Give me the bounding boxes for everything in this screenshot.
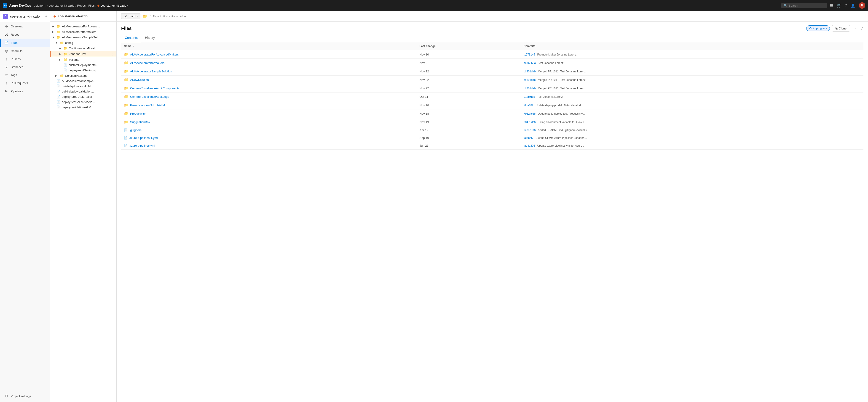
search-box[interactable]: 🔍 [781,3,827,8]
tree-item-label: deploy-prod-ALMAccel... [62,95,94,98]
tab-contents[interactable]: Contents [121,34,141,42]
tree-item-alm-sample[interactable]: ▼ 📁 ALMAcceleratorSampleSol... [50,34,116,40]
folder-icon: 📁 [124,69,128,73]
repo-diamond-icon: ◆ [54,14,56,18]
sidebar-item-commits[interactable]: ◎ Commits [0,47,50,55]
tree-item-label: customDeploymentS... [69,63,98,67]
col-commits-label: Commits [524,44,535,48]
help-icon[interactable]: ? [845,3,847,7]
tree-item-config[interactable]: ▼ 📁 config [50,40,116,45]
chevron-right-icon: ▶ [52,25,55,28]
folder-icon: 📁 [124,86,128,90]
file-name-link[interactable]: PowerPlatformGitHubALM [130,103,165,107]
folder-icon: 📁 [64,52,68,56]
tree-item-deploy-validation[interactable]: 📄 deploy-validation-ALM... [50,105,116,110]
breadcrumb-repos[interactable]: Repos [77,4,86,7]
tree-item-deployment-settings[interactable]: 📄 deploymentSettings.j... [50,68,116,73]
commit-hash-link[interactable]: f1573145 [524,53,535,56]
user-icon[interactable]: 👤 [850,3,855,8]
tree-item-more-icon[interactable]: ⋮ [111,52,114,56]
sidebar-item-overview[interactable]: ⊙ Overview [0,22,50,30]
file-name-link[interactable]: .gitignore [129,128,142,132]
commit-hash-link[interactable]: 018b6fdb [524,95,535,98]
add-icon[interactable]: + [45,14,47,19]
file-name-link[interactable]: ALMAcceleratorForAdvancedMakers [130,53,179,56]
commit-hash-link[interactable]: cb801dab [524,78,536,81]
sidebar-item-project-settings[interactable]: ⚙ Project settings [0,392,50,400]
name-cell: 📁 ALMAcceleratorSampleSolution [121,67,417,76]
chevron-down-icon[interactable]: ▾ [127,4,128,7]
app-logo[interactable]: Azure DevOps [3,3,31,8]
commit-hash-link[interactable]: cb801dab [524,70,536,73]
commit-message: Test Johanna Lorenz [538,61,563,65]
folder-icon: 📁 [60,74,64,77]
tree-item-alm-sample-file[interactable]: 📄 ALMAcceleratorSample... [50,78,116,83]
file-name-link[interactable]: CenterofExcellenceAuditComponents [130,87,180,90]
file-name-link[interactable]: azure-pipelines.yml [129,144,155,147]
clone-button[interactable]: ⎘ Clone [832,25,850,32]
commit-hash-link[interactable]: 79524c85 [524,112,536,115]
tree-item-deploy-test[interactable]: 📄 deploy-test-ALMAccele... [50,99,116,105]
commit-hash-link[interactable]: cb801dab [524,87,536,90]
sidebar-item-pushes[interactable]: ↑ Pushes [0,55,50,63]
settings-icon[interactable]: ☰ [830,3,833,8]
sidebar-item-repos[interactable]: ⎇ Repos [0,30,50,39]
tree-item-build-deploy-validation[interactable]: 📄 build-deploy-validation... [50,89,116,94]
file-name-link[interactable]: CenterofExcellenceAuditLogs [130,95,169,98]
commits-cell: 79524c85 Update build-deploy-test-Produc… [521,109,863,118]
tab-history[interactable]: History [141,34,159,42]
breadcrumb-repo[interactable]: coe-starter-kit-azdo [49,4,74,7]
commit-hash-link[interactable]: ae76063a [524,61,536,65]
file-name-link[interactable]: ANewSolution [130,78,149,81]
breadcrumb-pplatform[interactable]: pplatform [34,4,46,7]
folder-icon: 📁 [57,25,61,28]
avatar[interactable]: JL [859,2,865,9]
tree-item-alm-adv[interactable]: ▶ 📁 ALMAcceleratorForAdvanc... [50,24,116,29]
tree-item-config-mig[interactable]: ▶ 📁 ConfigurationMigrati... [50,45,116,51]
tree-item-deploy-prod[interactable]: 📄 deploy-prod-ALMAccel... [50,94,116,99]
branch-selector[interactable]: ⎇ main ▾ [121,13,141,19]
files-more-button[interactable]: ⋮ [852,25,858,32]
file-icon: 📄 [124,144,128,147]
tree-item-alm-makers[interactable]: ▶ 📁 ALMAcceleratorforMakers [50,29,116,34]
tree-item-validate[interactable]: ▶ 📁 Validate [50,57,116,62]
tree-item-label: deploy-validation-ALM... [62,105,94,109]
in-progress-badge[interactable]: ⟳ in progress [806,25,830,31]
file-tree-more-icon[interactable]: ⋮ [109,14,113,19]
sidebar-item-pull-requests[interactable]: ↕ Pull requests [0,79,50,87]
commit-hash-link[interactable]: 7fda18ff [524,104,533,107]
file-icon: 📄 [57,95,60,98]
commit-hash-link[interactable]: 38470dc6 [524,121,536,124]
sidebar-label-project-settings: Project settings [11,395,31,398]
file-name-link[interactable]: SuggestionBox [130,121,150,124]
search-icon: 🔍 [784,4,787,7]
tree-item-solution-package[interactable]: ▶ 📁 SolutionPackage [50,73,116,78]
tree-item-johannadev[interactable]: ▶ 📁 JohannaDev ⋮ [50,51,116,57]
breadcrumb-files[interactable]: Files [88,4,94,7]
sidebar-item-files[interactable]: 📄 Files [0,39,50,47]
last-change-cell: Nov 16 [417,101,521,109]
file-name-link[interactable]: Productivity [130,112,146,115]
files-tabs: Contents History [117,34,868,42]
clone-label: Clone [839,27,846,30]
tree-item-build-deploy-test[interactable]: 📄 build-deploy-test-ALM... [50,83,116,89]
last-change-cell: Nov 22 [417,84,521,93]
shopping-icon[interactable]: 🛒 [837,3,841,8]
commit-hash-link[interactable]: fa1fbd58 [524,136,534,140]
file-name-link[interactable]: ALMAcceleratorforMakers [130,61,164,65]
table-row: 📁 ALMAcceleratorforMakers Nov 2 ae76063a… [121,59,863,67]
col-name-header[interactable]: Name ↑ [121,42,417,50]
sidebar-item-branches[interactable]: ⑂ Branches [0,63,50,71]
file-name-link[interactable]: azure-pipelines-1.yml [129,136,158,140]
commit-hash-link[interactable]: 9ce827a6 [524,129,536,132]
sidebar-item-pipelines[interactable]: ⊳ Pipelines [0,87,50,95]
tree-item-label: ALMAcceleratorforMakers [62,30,96,34]
file-name-link[interactable]: ALMAcceleratorSampleSolution [130,70,172,73]
tree-item-custom-deploy[interactable]: 📄 customDeploymentS... [50,62,116,68]
commits-cell: cb801dab Merged PR 1011: Test Johanna Lo… [521,67,863,76]
search-input[interactable] [789,4,821,7]
sidebar-item-tags[interactable]: 🏷 Tags [0,71,50,79]
expand-icon[interactable]: ⤢ [861,26,863,31]
col-last-change-label: Last change [420,44,436,48]
commit-hash-link[interactable]: fad3a803 [524,144,535,147]
